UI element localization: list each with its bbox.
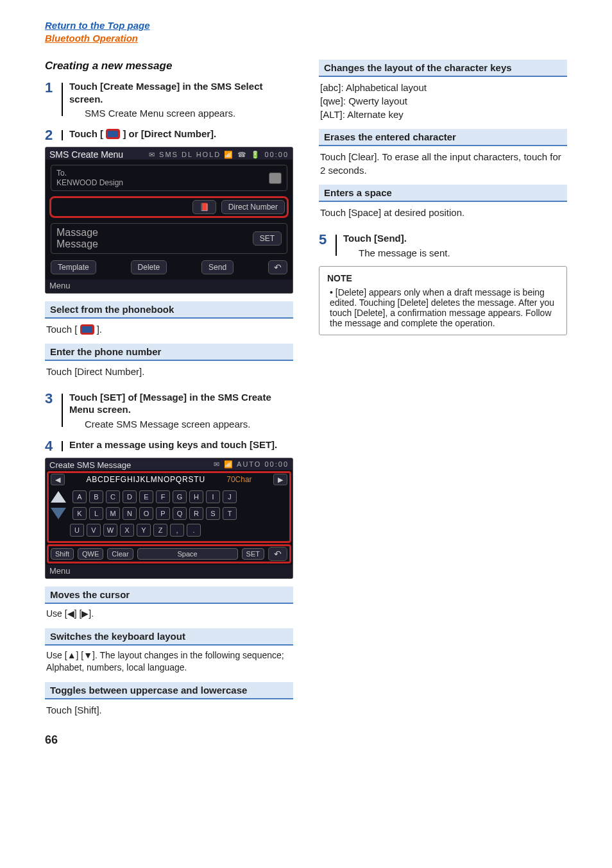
fig-to-name: KENWOOD Design xyxy=(56,178,123,187)
key[interactable]: D xyxy=(123,490,137,503)
layout-qwe-key: [qwe] xyxy=(320,96,343,106)
key[interactable]: T xyxy=(223,507,237,520)
fig-send-button[interactable]: Send xyxy=(201,260,234,274)
sms-create-menu-figure: SMS Create Menu ✉ SMS DL HOLD 📶 ☎ 🔋 00:0… xyxy=(45,147,293,294)
note-body: [Delete] appears only when a draft messa… xyxy=(330,287,559,328)
key[interactable]: F xyxy=(156,490,170,503)
key[interactable]: L xyxy=(89,507,103,520)
bar-select-phonebook: Select from the phonebook xyxy=(45,301,293,319)
fig-set-button[interactable]: SET xyxy=(253,231,282,246)
fig-template-button[interactable]: Template xyxy=(51,260,96,274)
step4-cmd: Enter a message using keys and touch [SE… xyxy=(69,438,293,451)
fig-direct-number-button[interactable]: Direct Number xyxy=(221,200,285,214)
kb-title-text: Create SMS Message xyxy=(49,460,131,470)
phonebook-icon xyxy=(80,324,94,335)
key[interactable]: Y xyxy=(137,524,151,537)
fig-phonebook-button[interactable]: 📕 xyxy=(192,200,216,214)
layout-qwe-val: : Qwerty layout xyxy=(343,96,407,106)
bar-space: Enters a space xyxy=(319,185,567,202)
step5-cmd: Touch [Send]. xyxy=(343,232,567,245)
key[interactable]: W xyxy=(103,524,117,537)
step2-num: 2 xyxy=(45,128,62,143)
kb-right-arrow[interactable]: ▶ xyxy=(273,474,287,485)
bar-toggles-case: Toggles between uppercase and lowercase xyxy=(45,682,293,699)
fig-message-label: Message xyxy=(56,238,98,250)
key[interactable]: R xyxy=(189,507,203,520)
key[interactable]: C xyxy=(106,490,120,503)
bar-moves-cursor: Moves the cursor xyxy=(45,587,293,604)
bluetooth-op-link[interactable]: Bluetooth Operation xyxy=(45,33,138,44)
key[interactable]: U xyxy=(70,524,84,537)
key[interactable]: . xyxy=(187,524,201,537)
section-heading: Creating a new message xyxy=(45,60,293,72)
bar-switches-layout: Switches the keyboard layout xyxy=(45,628,293,646)
fig-title: SMS Create Menu xyxy=(49,149,123,160)
note-box: NOTE [Delete] appears only when a draft … xyxy=(319,266,567,335)
key[interactable]: , xyxy=(170,524,184,537)
return-top-link[interactable]: Return to the Top page xyxy=(45,20,150,31)
step4-num: 4 xyxy=(45,438,62,454)
desc-space: Touch [Space] at desired position. xyxy=(319,202,567,219)
key[interactable]: I xyxy=(206,490,220,503)
desc-toggles-case: Touch [Shift]. xyxy=(45,699,293,717)
kb-up-tri-icon[interactable] xyxy=(51,491,66,503)
key[interactable]: O xyxy=(139,507,153,520)
kb-clear-button[interactable]: Clear xyxy=(107,548,133,560)
key[interactable]: Z xyxy=(153,524,167,537)
layout-abc-val: : Alphabetical layout xyxy=(341,82,427,93)
layout-alt-key: [ALT] xyxy=(320,109,343,120)
kb-status-icons: ✉ 📶 AUTO 00:00 xyxy=(214,460,289,470)
key[interactable]: V xyxy=(87,524,101,537)
desc-moves-cursor: Use [◀] [▶]. xyxy=(45,604,293,621)
step1-num: 1 xyxy=(45,80,62,96)
kb-qwe-button[interactable]: QWE xyxy=(78,548,103,560)
key[interactable]: P xyxy=(156,507,170,520)
fig-massage-label: Massage xyxy=(56,227,98,238)
bar-enter-phone: Enter the phone number xyxy=(45,344,293,361)
bar-erase: Erases the entered character xyxy=(319,129,567,146)
kb-left-arrow[interactable]: ◀ xyxy=(51,474,65,485)
step3-num: 3 xyxy=(45,391,62,406)
kb-down-tri-icon[interactable] xyxy=(51,508,66,519)
step3-cmd: Touch [SET] of [Message] in the SMS Crea… xyxy=(69,391,293,416)
step5-explain: The message is sent. xyxy=(359,247,567,258)
step1-explain: SMS Create Menu screen appears. xyxy=(85,108,293,119)
step1-cmd: Touch [Create Message] in the SMS Select… xyxy=(69,80,293,105)
step2-cmd: Touch [ ] or [Direct Number]. xyxy=(69,128,293,140)
key[interactable]: S xyxy=(206,507,220,520)
key[interactable]: K xyxy=(72,507,87,520)
kb-shift-button[interactable]: Shift xyxy=(51,548,74,560)
phonebook-icon xyxy=(106,129,120,139)
key[interactable]: E xyxy=(139,490,153,503)
key[interactable]: J xyxy=(223,490,237,503)
key[interactable]: G xyxy=(173,490,187,503)
kb-set-button[interactable]: SET xyxy=(242,548,264,560)
kb-chars: ABCDEFGHIJKLMNOPQRSTU xyxy=(86,475,205,484)
desc-erase: Touch [Clear]. To erase all the input ch… xyxy=(319,146,567,177)
layout-alt-val: : Alternate key xyxy=(343,109,404,120)
keyboard-figure: Create SMS Message ✉ 📶 AUTO 00:00 ◀ ABCD… xyxy=(45,458,293,579)
fig-to-label: To. xyxy=(56,169,123,178)
kb-count: 70Char xyxy=(226,475,251,484)
desc-enter-phone: Touch [Direct Number]. xyxy=(45,361,293,378)
kb-back-button[interactable]: ↶ xyxy=(268,547,287,561)
key[interactable]: A xyxy=(72,490,87,503)
key[interactable]: B xyxy=(89,490,103,503)
layout-abc-key: [abc] xyxy=(320,82,341,93)
key[interactable]: N xyxy=(123,507,137,520)
fig-delete-button[interactable]: Delete xyxy=(131,260,167,274)
kb-menu-bar: Menu xyxy=(46,565,293,578)
desc-switches-layout: Use [▲] [▼]. The layout changes in the f… xyxy=(45,646,293,674)
fig-r-icon xyxy=(269,172,282,184)
key[interactable]: H xyxy=(189,490,203,503)
status-icons: ✉ SMS DL HOLD 📶 ☎ 🔋 00:00 xyxy=(149,151,289,159)
page-number: 66 xyxy=(45,733,567,747)
fig-back-button[interactable]: ↶ xyxy=(268,260,287,274)
key[interactable]: X xyxy=(120,524,134,537)
key[interactable]: M xyxy=(106,507,120,520)
kb-space-button[interactable]: Space xyxy=(137,548,238,560)
step5-num: 5 xyxy=(319,232,336,247)
step3-explain: Create SMS Message screen appears. xyxy=(85,419,293,430)
key[interactable]: Q xyxy=(173,507,187,520)
bar-layout-keys: Changes the layout of the character keys xyxy=(319,60,567,77)
